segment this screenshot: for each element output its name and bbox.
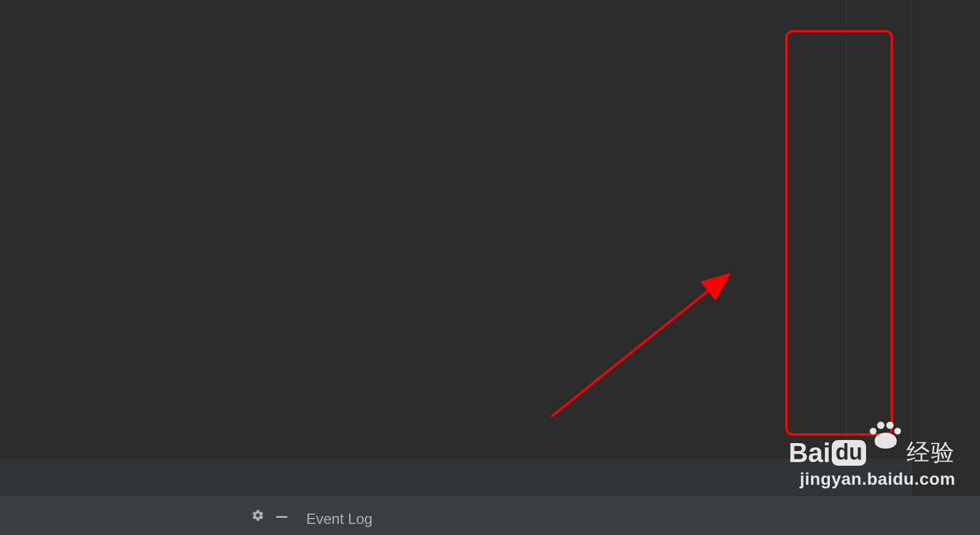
settings-gear-icon[interactable] xyxy=(251,509,265,522)
bottom-panel-area xyxy=(0,458,911,495)
gutter-divider xyxy=(846,0,846,495)
event-log-button[interactable]: Event Log xyxy=(306,510,372,528)
status-bar: Event Log xyxy=(0,495,980,535)
gutter-divider xyxy=(911,0,912,495)
editor-main-area xyxy=(0,0,911,458)
minimize-icon[interactable] xyxy=(276,510,288,523)
editor-right-gutter[interactable] xyxy=(911,0,980,458)
